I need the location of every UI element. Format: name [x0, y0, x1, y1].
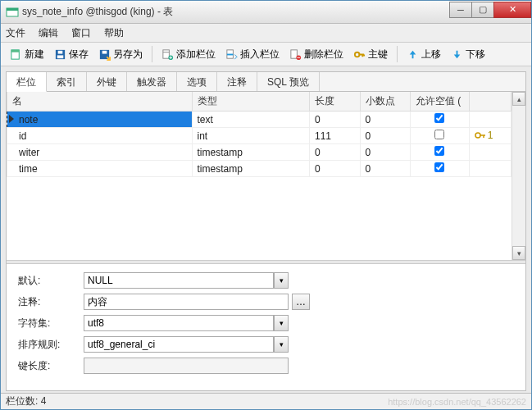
- saveas-button[interactable]: 另存为: [94, 46, 147, 63]
- vertical-scrollbar[interactable]: ▴ ▾: [512, 92, 525, 260]
- cell-name[interactable]: witer: [7, 144, 193, 161]
- tab-sqlpreview[interactable]: SQL 预览: [257, 72, 320, 91]
- insertcol-button[interactable]: 插入栏位: [221, 46, 284, 63]
- label-default: 默认:: [18, 274, 84, 288]
- tab-options[interactable]: 选项: [177, 72, 217, 91]
- comment-ellipsis-button[interactable]: …: [292, 294, 310, 310]
- svg-rect-8: [102, 50, 107, 53]
- table-row[interactable]: timetimestamp00: [7, 161, 512, 177]
- movedown-button[interactable]: 下移: [447, 46, 489, 63]
- tab-triggers[interactable]: 触发器: [127, 72, 177, 91]
- toolbar: 新建 保存 另存为 添加栏位 插入栏位 删除栏位 主键 上移 下移: [1, 42, 531, 66]
- col-key[interactable]: [469, 92, 511, 112]
- scroll-up-button[interactable]: ▴: [512, 92, 525, 106]
- cell-key[interactable]: [469, 144, 511, 161]
- maximize-button[interactable]: ▢: [471, 2, 494, 18]
- menu-file[interactable]: 文件: [6, 26, 25, 40]
- cell-name[interactable]: note: [7, 112, 193, 128]
- col-type[interactable]: 类型: [192, 92, 310, 112]
- comment-input[interactable]: [84, 294, 289, 310]
- default-dropdown-arrow[interactable]: ▾: [274, 272, 289, 289]
- addcol-button[interactable]: 添加栏位: [157, 46, 220, 63]
- col-null[interactable]: 允许空值 (: [411, 92, 470, 112]
- grid-area: 名 类型 长度 小数点 允许空值 ( notetext00idint11101w…: [7, 92, 525, 260]
- cell-len[interactable]: 0: [310, 161, 361, 177]
- svg-rect-6: [57, 55, 64, 58]
- col-name[interactable]: 名: [7, 92, 193, 112]
- insertcol-icon: [225, 48, 238, 61]
- saveas-icon: [98, 48, 111, 61]
- default-input[interactable]: [84, 272, 274, 289]
- minimize-button[interactable]: ─: [449, 2, 472, 18]
- primary-key-indicator: 1: [475, 130, 493, 141]
- columns-grid[interactable]: 名 类型 长度 小数点 允许空值 ( notetext00idint11101w…: [7, 92, 512, 260]
- cell-key[interactable]: [469, 161, 511, 177]
- menu-help[interactable]: 帮助: [104, 26, 124, 40]
- cell-null[interactable]: [411, 161, 470, 177]
- svg-rect-9: [163, 49, 170, 57]
- col-dec[interactable]: 小数点: [360, 92, 411, 112]
- cell-type[interactable]: timestamp: [192, 161, 310, 177]
- table-row[interactable]: witertimestamp00: [7, 144, 512, 161]
- cell-key[interactable]: [469, 112, 511, 128]
- allow-null-checkbox[interactable]: [434, 162, 444, 172]
- save-icon: [54, 48, 66, 61]
- keylen-input: [84, 358, 289, 374]
- moveup-button[interactable]: 上移: [402, 46, 445, 63]
- cell-dec[interactable]: 0: [360, 112, 411, 128]
- tab-columns[interactable]: 栏位: [7, 72, 47, 92]
- cell-dec[interactable]: 0: [360, 144, 411, 161]
- allow-null-checkbox[interactable]: [434, 146, 444, 156]
- pk-button[interactable]: 主键: [349, 46, 392, 63]
- delcol-icon: [289, 48, 302, 61]
- label-keylen: 键长度:: [18, 359, 84, 373]
- menu-edit[interactable]: 编辑: [39, 26, 58, 40]
- collation-dropdown-arrow[interactable]: ▾: [274, 336, 289, 353]
- close-button[interactable]: ✕: [493, 2, 531, 18]
- cell-dec[interactable]: 0: [360, 128, 411, 144]
- allow-null-checkbox[interactable]: [434, 113, 444, 123]
- svg-rect-14: [291, 49, 298, 57]
- cell-type[interactable]: int: [192, 128, 310, 144]
- app-icon: [6, 6, 19, 19]
- cell-null[interactable]: [411, 112, 470, 128]
- title-bar: sys_note_info @thisgod (king) - 表 ─ ▢ ✕: [1, 1, 531, 24]
- cell-name[interactable]: id: [7, 128, 193, 144]
- field-details: 默认: ▾ 注释: … 字符集: ▾ 排序规则:: [7, 264, 525, 390]
- table-row[interactable]: idint11101: [7, 128, 512, 144]
- collation-input[interactable]: [84, 336, 274, 353]
- cell-null[interactable]: [411, 144, 470, 161]
- scroll-down-button[interactable]: ▾: [512, 246, 525, 260]
- tab-indexes[interactable]: 索引: [47, 72, 87, 91]
- save-button[interactable]: 保存: [50, 46, 93, 63]
- label-collation: 排序规则:: [18, 338, 84, 352]
- label-comment: 注释:: [18, 295, 84, 309]
- separator: [397, 46, 398, 62]
- cell-name[interactable]: time: [7, 161, 193, 177]
- cell-null[interactable]: [411, 128, 470, 144]
- new-button[interactable]: 新建: [6, 46, 48, 63]
- charset-input[interactable]: [84, 315, 274, 331]
- cell-type[interactable]: timestamp: [192, 144, 310, 161]
- cell-type[interactable]: text: [192, 112, 310, 128]
- charset-dropdown-arrow[interactable]: ▾: [274, 315, 289, 331]
- delcol-button[interactable]: 删除栏位: [285, 46, 348, 63]
- svg-rect-3: [11, 49, 19, 52]
- cell-dec[interactable]: 0: [360, 161, 411, 177]
- window-buttons: ─ ▢ ✕: [450, 2, 531, 18]
- menu-window[interactable]: 窗口: [71, 26, 91, 40]
- table-row[interactable]: notetext00: [7, 112, 512, 128]
- tab-fk[interactable]: 外键: [87, 72, 127, 91]
- col-len[interactable]: 长度: [310, 92, 361, 112]
- label-charset: 字符集:: [18, 317, 84, 330]
- cell-len[interactable]: 0: [310, 112, 361, 128]
- scroll-track[interactable]: [512, 106, 525, 246]
- status-bar: 栏位数: 4 https://blog.csdn.net/qq_43562262: [1, 393, 531, 409]
- window-title: sys_note_info @thisgod (king) - 表: [22, 5, 450, 19]
- key-icon: [353, 48, 366, 61]
- cell-key[interactable]: 1: [469, 128, 511, 144]
- allow-null-checkbox[interactable]: [434, 130, 444, 139]
- tab-comment[interactable]: 注释: [217, 72, 257, 91]
- cell-len[interactable]: 111: [310, 128, 361, 144]
- cell-len[interactable]: 0: [310, 144, 361, 161]
